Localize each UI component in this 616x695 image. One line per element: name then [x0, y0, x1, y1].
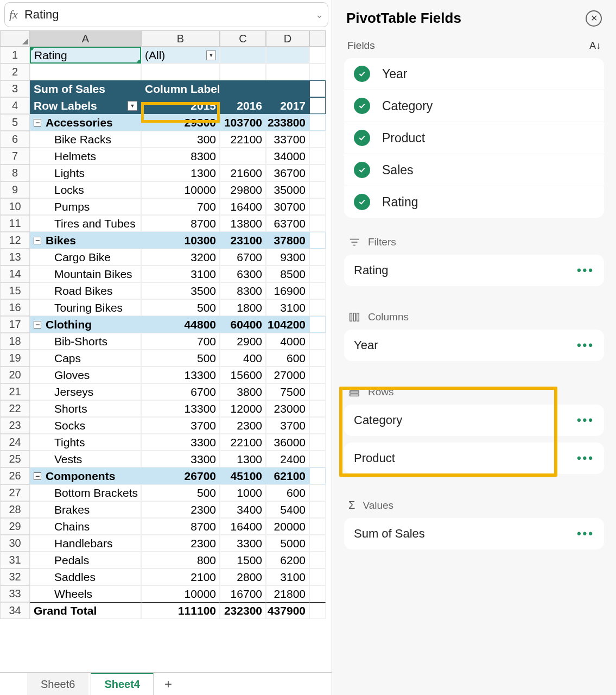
- col-header-A[interactable]: A: [30, 30, 141, 47]
- collapse-icon[interactable]: −: [34, 472, 41, 480]
- row-header[interactable]: 33: [0, 585, 30, 602]
- field-product[interactable]: Product: [344, 122, 604, 154]
- product-cell[interactable]: Pedals: [30, 552, 141, 568]
- cell[interactable]: 2900: [220, 333, 266, 350]
- tab-sheet6[interactable]: Sheet6: [27, 673, 88, 695]
- row-2[interactable]: 2: [0, 64, 332, 80]
- row-header[interactable]: 27: [0, 484, 30, 501]
- row-18[interactable]: 18Bib-Shorts 700 2900 4000: [0, 333, 332, 350]
- row-header[interactable]: 31: [0, 552, 30, 568]
- cell[interactable]: 16700: [220, 585, 266, 602]
- product-cell[interactable]: Handlebars: [30, 535, 141, 552]
- cell[interactable]: 600: [266, 484, 309, 501]
- cell[interactable]: [309, 232, 326, 249]
- cell[interactable]: 16900: [266, 282, 309, 299]
- row-4[interactable]: 4Row Labels▼ 2015 2016 2017: [0, 97, 332, 114]
- cell[interactable]: 63700: [266, 215, 309, 232]
- cell[interactable]: 26700: [141, 467, 220, 484]
- row-31[interactable]: 31Pedals 800 1500 6200: [0, 552, 332, 568]
- cell[interactable]: [266, 80, 309, 97]
- cell[interactable]: 3300: [141, 451, 220, 467]
- cell[interactable]: [309, 417, 326, 434]
- cell[interactable]: [309, 568, 326, 585]
- cell[interactable]: [309, 215, 326, 232]
- field-year[interactable]: Year: [344, 58, 604, 90]
- row-10[interactable]: 10Pumps 700 16400 30700: [0, 198, 332, 215]
- cell[interactable]: 2800: [220, 568, 266, 585]
- cell[interactable]: 700: [141, 333, 220, 350]
- cell[interactable]: 3100: [266, 568, 309, 585]
- cell[interactable]: [309, 434, 326, 451]
- cell[interactable]: [220, 148, 266, 165]
- year-2015-header[interactable]: 2015: [141, 97, 220, 114]
- cell[interactable]: 2300: [141, 535, 220, 552]
- category-cell[interactable]: −Clothing: [30, 316, 141, 333]
- cell[interactable]: 10300: [141, 232, 220, 249]
- collapse-icon[interactable]: −: [34, 119, 41, 127]
- row-labels-header[interactable]: Row Labels▼: [30, 97, 141, 114]
- row-22[interactable]: 22Shorts 13300 12000 23000: [0, 400, 332, 417]
- row-9[interactable]: 9Locks 10000 29800 35000: [0, 181, 332, 198]
- cell[interactable]: [309, 47, 326, 64]
- row-header[interactable]: 32: [0, 568, 30, 585]
- cell[interactable]: 5400: [266, 501, 309, 518]
- filter-field-cell[interactable]: Rating: [30, 47, 141, 64]
- cell[interactable]: [309, 198, 326, 215]
- row-21[interactable]: 21Jerseys 6700 3800 7500: [0, 383, 332, 400]
- cell[interactable]: [309, 400, 326, 417]
- cell[interactable]: 437900: [266, 602, 309, 619]
- product-cell[interactable]: Road Bikes: [30, 282, 141, 299]
- cell[interactable]: 10000: [141, 181, 220, 198]
- product-cell[interactable]: Bib-Shorts: [30, 333, 141, 350]
- cell[interactable]: 13300: [141, 400, 220, 417]
- value-chip-sum-of-sales[interactable]: Sum of Sales•••: [344, 518, 604, 549]
- cell[interactable]: 3400: [220, 501, 266, 518]
- row-34[interactable]: 34Grand Total 111100 232300 437900: [0, 602, 332, 619]
- dropdown-icon[interactable]: ▼: [206, 50, 216, 60]
- cell[interactable]: [309, 350, 326, 367]
- row-27[interactable]: 27Bottom Brackets 500 1000 600: [0, 484, 332, 501]
- cell[interactable]: 2300: [141, 501, 220, 518]
- product-cell[interactable]: Socks: [30, 417, 141, 434]
- cell[interactable]: 3700: [266, 417, 309, 434]
- row-20[interactable]: 20Gloves 13300 15600 27000: [0, 367, 332, 383]
- cell[interactable]: 3800: [220, 383, 266, 400]
- row-header[interactable]: 11: [0, 215, 30, 232]
- cell[interactable]: 13800: [220, 215, 266, 232]
- cell[interactable]: [141, 64, 220, 80]
- product-cell[interactable]: Caps: [30, 350, 141, 367]
- cell[interactable]: [309, 249, 326, 266]
- cell[interactable]: [309, 266, 326, 282]
- cell[interactable]: [220, 80, 266, 97]
- cell[interactable]: 10000: [141, 585, 220, 602]
- cell[interactable]: 400: [220, 350, 266, 367]
- cell[interactable]: 3100: [266, 299, 309, 316]
- sum-of-sales-header[interactable]: Sum of Sales: [30, 80, 141, 97]
- product-cell[interactable]: Gloves: [30, 367, 141, 383]
- row-11[interactable]: 11Tires and Tubes 8700 13800 63700: [0, 215, 332, 232]
- cell[interactable]: [309, 535, 326, 552]
- cell[interactable]: 30700: [266, 198, 309, 215]
- cell[interactable]: 7500: [266, 383, 309, 400]
- collapse-icon[interactable]: −: [34, 321, 41, 328]
- row-header[interactable]: 29: [0, 518, 30, 535]
- cell[interactable]: 2100: [141, 568, 220, 585]
- grand-total-label[interactable]: Grand Total: [30, 602, 141, 619]
- cell[interactable]: 8700: [141, 215, 220, 232]
- cell[interactable]: 37800: [266, 232, 309, 249]
- cell[interactable]: [309, 333, 326, 350]
- row-header[interactable]: 18: [0, 333, 30, 350]
- rows-zone[interactable]: Rows Category•••Product•••: [344, 384, 604, 481]
- cell[interactable]: [309, 282, 326, 299]
- cell[interactable]: 300: [141, 131, 220, 148]
- row-header[interactable]: 15: [0, 282, 30, 299]
- product-cell[interactable]: Tights: [30, 434, 141, 451]
- row-30[interactable]: 30Handlebars 2300 3300 5000: [0, 535, 332, 552]
- category-cell[interactable]: −Accessories: [30, 114, 141, 131]
- add-sheet-button[interactable]: +: [156, 674, 181, 694]
- year-2017-header[interactable]: 2017: [266, 97, 309, 114]
- cell[interactable]: 1300: [141, 165, 220, 181]
- col-header-C[interactable]: C: [220, 30, 266, 47]
- product-cell[interactable]: Lights: [30, 165, 141, 181]
- cell[interactable]: 21600: [220, 165, 266, 181]
